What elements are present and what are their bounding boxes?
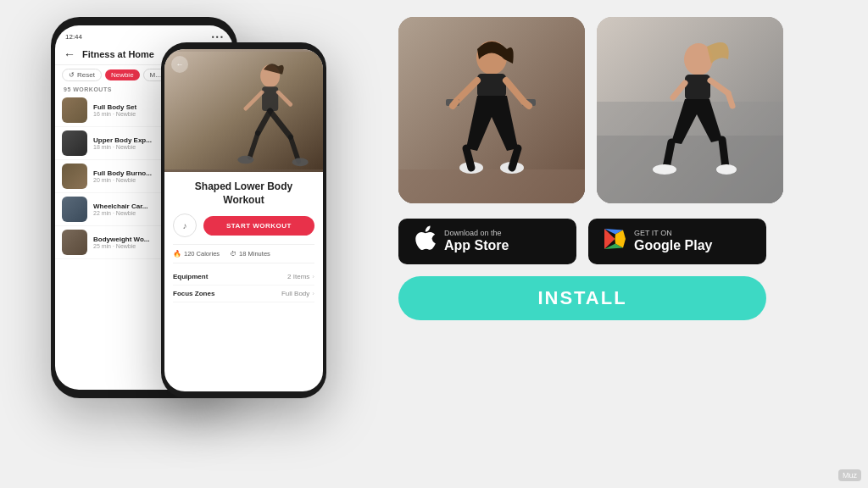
fitness-photo-2 (597, 17, 783, 203)
status-bar: 12:44 ▪ ▪ ▪ (55, 25, 233, 44)
lunge-figure-svg (597, 17, 783, 203)
workout-name: Bodyweight Wo... (93, 236, 150, 243)
workout-info: Full Body Burno... 20 min · Newbie (93, 169, 152, 183)
right-section: Download on the App Store GET IT ON Goog… (390, 0, 868, 488)
workout-meta: 18 min · Newbie (93, 144, 152, 150)
svg-rect-2 (262, 86, 278, 111)
detail-workout-name: Shaped Lower Body Workout (173, 180, 314, 207)
app-store-text: Download on the App Store (444, 230, 509, 253)
status-time: 12:44 (65, 33, 82, 41)
app-store-sub: Download on the (444, 230, 509, 237)
svg-rect-12 (398, 169, 585, 203)
workout-thumb (62, 197, 87, 222)
newbie-filter-btn[interactable]: Newbie (105, 69, 140, 80)
google-play-sub: GET IT ON (634, 230, 712, 237)
workout-name: Full Body Burno... (93, 169, 152, 177)
workout-info: Full Body Set 16 min · Newbie (93, 103, 136, 117)
svg-point-9 (237, 156, 253, 164)
detail-screen: ← (164, 49, 323, 391)
svg-rect-29 (685, 75, 710, 100)
workout-meta: 16 min · Newbie (93, 111, 136, 117)
reset-label: Reset (77, 71, 95, 79)
detail-back-btn[interactable]: ← (171, 56, 188, 73)
detail-hero: ← (164, 49, 323, 172)
chevron-right-icon: › (312, 290, 314, 297)
watermark: Muz (838, 469, 861, 481)
install-button[interactable]: INSTALL (398, 276, 766, 320)
focus-label: Focus Zones (173, 290, 214, 297)
svg-line-34 (722, 140, 726, 168)
workout-name: Upper Body Exp... (93, 136, 152, 144)
equipment-row[interactable]: Equipment 2 Items › (173, 269, 314, 286)
newbie-label: Newbie (111, 71, 134, 79)
app-store-name: App Store (444, 237, 509, 253)
back-icon: ← (176, 60, 184, 69)
focus-zones-row[interactable]: Focus Zones Full Body › (173, 286, 314, 302)
svg-line-23 (466, 148, 471, 168)
google-play-icon (602, 227, 626, 257)
svg-point-35 (653, 164, 676, 175)
google-play-text: GET IT ON Google Play (634, 230, 712, 253)
clock-icon: ⏱ (230, 250, 236, 258)
workout-thumb (62, 130, 87, 156)
fitness-photo-1 (398, 17, 585, 203)
workout-info: Bodyweight Wo... 25 min · Newbie (93, 236, 150, 249)
back-arrow-icon[interactable]: ← (64, 47, 75, 61)
svg-rect-14 (477, 74, 506, 97)
equipment-value: 2 Items › (287, 273, 314, 280)
reset-filter-btn[interactable]: ↺ Reset (62, 69, 102, 81)
more-label: M... (150, 71, 161, 79)
svg-line-31 (728, 93, 732, 106)
workout-meta: 25 min · Newbie (93, 243, 150, 249)
focus-value: Full Body › (281, 290, 314, 297)
equipment-label: Equipment (173, 273, 208, 280)
workout-thumb (62, 164, 87, 189)
music-button[interactable]: ♪ (173, 214, 197, 237)
workout-name: Full Body Set (93, 103, 136, 111)
calories-value: 120 Calories (184, 250, 220, 258)
workout-info: Wheelchair Car... 22 min · Newbie (93, 202, 147, 216)
svg-rect-27 (597, 136, 783, 203)
phone-detail: ← (161, 42, 326, 398)
app-store-button[interactable]: Download on the App Store (398, 219, 576, 264)
google-play-name: Google Play (634, 237, 712, 253)
detail-stats: 🔥 120 Calories ⏱ 18 Minutes (173, 244, 314, 263)
app-title: Fitness at Home (82, 49, 154, 59)
svg-rect-0 (164, 52, 323, 169)
time-stat: ⏱ 18 Minutes (230, 250, 270, 258)
workout-meta: 20 min · Newbie (93, 177, 152, 183)
workout-thumb (62, 97, 87, 123)
status-icons: ▪ ▪ ▪ (212, 33, 223, 41)
svg-point-36 (716, 164, 737, 175)
workout-info: Upper Body Exp... 18 min · Newbie (93, 136, 152, 150)
workout-thumb (62, 230, 87, 255)
time-value: 18 Minutes (239, 250, 270, 258)
svg-point-10 (292, 158, 309, 167)
workout-meta: 22 min · Newbie (93, 210, 147, 216)
svg-line-33 (666, 142, 671, 168)
store-buttons: Download on the App Store GET IT ON Goog… (398, 219, 851, 264)
left-section: 12:44 ▪ ▪ ▪ ← Fitness at Home ↺ Reset Ne… (0, 0, 390, 488)
calories-stat: 🔥 120 Calories (173, 250, 220, 258)
photos-row (398, 17, 851, 203)
svg-line-21 (453, 102, 456, 106)
start-workout-button[interactable]: START WORKOUT (203, 216, 314, 236)
detail-body: Shaped Lower Body Workout ♪ START WORKOU… (164, 172, 323, 302)
chevron-right-icon: › (312, 273, 314, 280)
hero-figure (164, 49, 323, 172)
google-play-button[interactable]: GET IT ON Google Play (588, 219, 766, 264)
workout-name: Wheelchair Car... (93, 202, 147, 210)
reset-icon: ↺ (69, 71, 75, 79)
svg-line-22 (524, 102, 529, 106)
detail-actions: ♪ START WORKOUT (173, 214, 314, 237)
apple-icon (412, 225, 436, 258)
squat-figure-svg (398, 17, 585, 203)
flame-icon: 🔥 (173, 250, 181, 258)
